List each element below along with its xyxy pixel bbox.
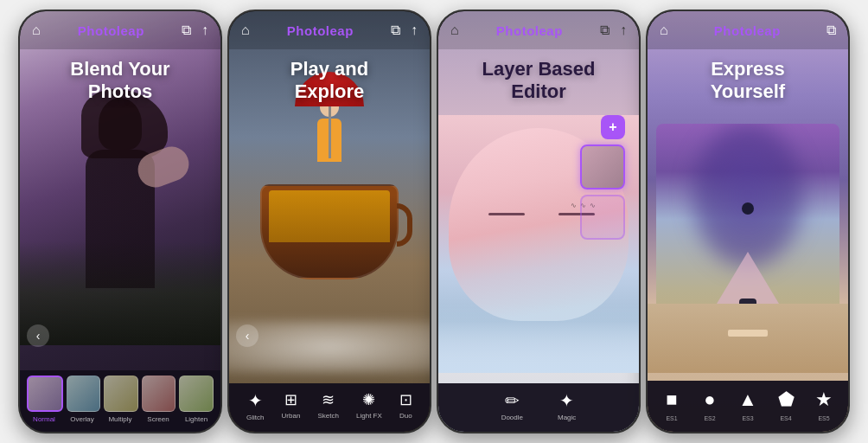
woman-head bbox=[99, 98, 142, 150]
phone1-bottom-bar: Normal Overlay Multiply Screen Lighten bbox=[20, 370, 220, 432]
label-normal: Normal bbox=[27, 415, 61, 423]
woman-body bbox=[86, 150, 155, 288]
header-right-icons-2: ⧉ ↑ bbox=[391, 22, 418, 38]
phone3-bottom-bar: ✏ Doodle ✦ Magic bbox=[438, 383, 639, 432]
magic-icon: ✦ bbox=[559, 390, 574, 411]
shape-label-es3: ES3 bbox=[732, 415, 763, 421]
blend-thumbnails bbox=[20, 376, 220, 412]
shape-label-es5: ES5 bbox=[808, 415, 839, 421]
square-icon: ■ bbox=[666, 388, 677, 411]
blend-thumb-normal[interactable] bbox=[27, 376, 63, 412]
sketch-item[interactable]: ≋ Sketch bbox=[317, 390, 338, 421]
phone3-title-container: Layer BasedEditor bbox=[438, 58, 639, 104]
phone-4: ⌂ Photoleap ⧉ ExpressYourself ■ ● bbox=[646, 10, 850, 433]
road-stripe bbox=[728, 330, 768, 337]
layers-icon-4[interactable]: ⧉ bbox=[827, 22, 836, 38]
blend-thumb-screen[interactable] bbox=[142, 376, 176, 412]
urban-item[interactable]: ⊞ Urban bbox=[282, 390, 301, 421]
teacup-liquid bbox=[269, 190, 390, 242]
home-icon-3[interactable]: ⌂ bbox=[450, 22, 459, 38]
home-icon[interactable]: ⌂ bbox=[32, 22, 41, 38]
left-arrow-icon-2: ‹ bbox=[246, 329, 250, 343]
phone4-shape-toolbar: ■ ● ▲ ⬟ ★ ES1 E bbox=[648, 381, 848, 432]
phone2-header: ⌂ Photoleap ⧉ ↑ bbox=[229, 11, 430, 49]
phone4-header: ⌂ Photoleap ⧉ bbox=[648, 11, 848, 49]
layer-thumb-1[interactable] bbox=[580, 144, 625, 189]
layers-icon[interactable]: ⧉ bbox=[182, 22, 191, 38]
header-right-icons-3: ⧉ ↑ bbox=[600, 22, 627, 38]
doodle-icon: ✏ bbox=[505, 390, 520, 411]
magic-item[interactable]: ✦ Magic bbox=[558, 390, 576, 421]
mist-layer bbox=[229, 321, 430, 373]
shape-label-es1: ES1 bbox=[656, 415, 687, 421]
phone2-title-container: Play andExplore bbox=[229, 58, 430, 104]
nav-arrow-left-2[interactable]: ‹ bbox=[236, 324, 258, 347]
lightfx-item[interactable]: ✺ Light FX bbox=[356, 390, 382, 421]
header-right-icons: ⧉ ↑ bbox=[182, 22, 208, 38]
phone1-title-container: Blend YourPhotos bbox=[20, 58, 220, 104]
layer-thumb-2[interactable] bbox=[580, 195, 625, 240]
photoleap-logo-3: Photoleap bbox=[496, 23, 563, 38]
label-multiply: Multiply bbox=[103, 415, 137, 423]
duo-label: Duo bbox=[399, 412, 412, 420]
photoleap-logo: Photoleap bbox=[78, 23, 144, 38]
shape-triangle[interactable]: ▲ bbox=[732, 388, 763, 412]
blend-thumb-overlay[interactable] bbox=[67, 376, 101, 412]
phone1-title: Blend YourPhotos bbox=[20, 58, 220, 104]
fog-bottom bbox=[438, 304, 639, 373]
diamond-icon: ⬟ bbox=[778, 388, 795, 411]
shape-diamond[interactable]: ⬟ bbox=[770, 388, 801, 412]
layers-icon-3[interactable]: ⧉ bbox=[600, 22, 610, 38]
urban-icon: ⊞ bbox=[284, 390, 297, 409]
woman-silhouette bbox=[51, 98, 189, 340]
blend-thumb-lighten[interactable] bbox=[179, 376, 214, 412]
glitch-icon: ✦ bbox=[248, 390, 263, 411]
shape-labels-row: ES1 ES2 ES3 ES4 ES5 bbox=[653, 415, 843, 421]
label-lighten: Lighten bbox=[179, 415, 214, 423]
sketch-label: Sketch bbox=[317, 412, 338, 420]
teacup-body bbox=[260, 184, 399, 279]
star-icon: ★ bbox=[815, 388, 833, 411]
shape-square[interactable]: ■ bbox=[656, 388, 687, 412]
bird-1: ∿ bbox=[571, 202, 577, 209]
circle-icon: ● bbox=[704, 388, 715, 411]
phone-1: ⌂ Photoleap ⧉ ↑ Blend YourPhotos ‹ bbox=[18, 10, 222, 433]
share-icon-3[interactable]: ↑ bbox=[620, 22, 627, 38]
shape-label-es2: ES2 bbox=[694, 415, 725, 421]
glitch-item[interactable]: ✦ Glitch bbox=[246, 390, 264, 421]
layer-panel: + bbox=[580, 115, 625, 240]
home-icon-2[interactable]: ⌂ bbox=[241, 22, 250, 38]
phone3-title: Layer BasedEditor bbox=[438, 58, 639, 104]
share-icon[interactable]: ↑ bbox=[201, 22, 208, 38]
left-eye bbox=[488, 213, 525, 215]
add-icon: + bbox=[609, 119, 616, 135]
phone1-header: ⌂ Photoleap ⧉ ↑ bbox=[20, 11, 220, 49]
layers-icon-2[interactable]: ⧉ bbox=[391, 22, 400, 38]
share-icon-2[interactable]: ↑ bbox=[411, 22, 418, 38]
urban-label: Urban bbox=[282, 412, 301, 420]
phone4-title-container: ExpressYourself bbox=[648, 58, 848, 104]
nav-arrow-left[interactable]: ‹ bbox=[27, 324, 49, 347]
sketch-icon: ≋ bbox=[322, 390, 335, 409]
layer-add-button[interactable]: + bbox=[601, 115, 625, 139]
blend-labels: Normal Overlay Multiply Screen Lighten bbox=[20, 415, 220, 423]
header-right-icons-4: ⧉ bbox=[827, 22, 836, 38]
doodle-item[interactable]: ✏ Doodle bbox=[501, 390, 523, 421]
doodle-label: Doodle bbox=[501, 414, 523, 421]
umbrella-handle bbox=[329, 106, 331, 158]
phone-2: ⌂ Photoleap ⧉ ↑ Play andExplore ‹ ✦ Glit… bbox=[227, 10, 431, 433]
duo-icon: ⊡ bbox=[399, 390, 412, 409]
home-icon-4[interactable]: ⌂ bbox=[660, 22, 668, 38]
smoke-cloud bbox=[692, 124, 802, 267]
phone3-header: ⌂ Photoleap ⧉ ↑ bbox=[438, 11, 639, 49]
shape-circle[interactable]: ● bbox=[694, 388, 725, 412]
triangle-icon: ▲ bbox=[738, 388, 757, 411]
duo-item[interactable]: ⊡ Duo bbox=[399, 390, 412, 421]
photoleap-logo-2: Photoleap bbox=[287, 23, 354, 38]
shape-star[interactable]: ★ bbox=[808, 388, 839, 412]
shape-label-es4: ES4 bbox=[770, 415, 801, 421]
lightfx-icon: ✺ bbox=[362, 390, 375, 409]
desert-road bbox=[648, 304, 848, 373]
blend-thumb-multiply[interactable] bbox=[104, 376, 138, 412]
phone4-title: ExpressYourself bbox=[648, 58, 848, 104]
